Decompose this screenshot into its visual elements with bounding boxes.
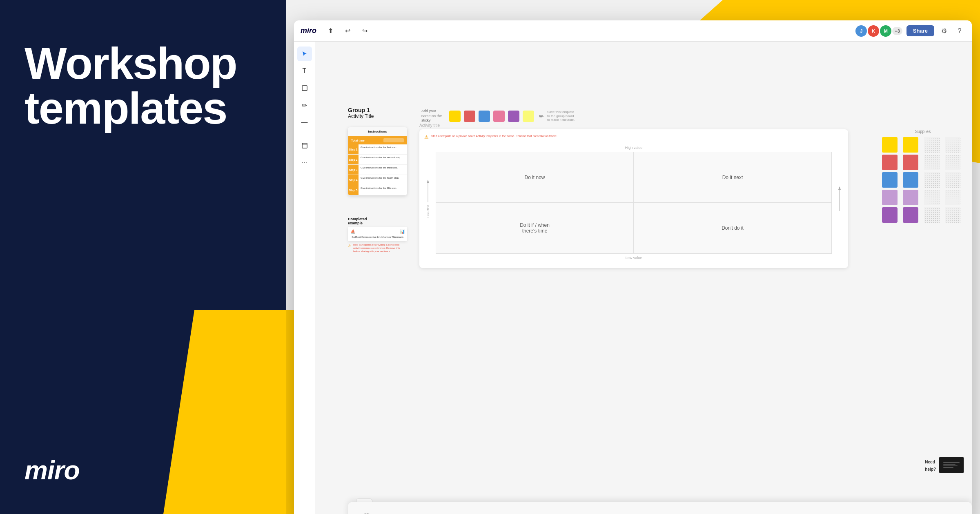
svg-rect-1 bbox=[302, 143, 307, 148]
redo-button[interactable]: ↪ bbox=[358, 24, 371, 38]
help-line-4 bbox=[943, 467, 953, 468]
need-help-card[interactable] bbox=[939, 457, 964, 473]
matrix-grid: Do it now Do it next Do it if / whenther… bbox=[436, 152, 832, 254]
completed-inner: ⛵ 📊 SailBoat Retrospective by Johannes T… bbox=[348, 227, 407, 241]
dots-10 bbox=[945, 207, 960, 223]
warning-text: Help participants by providing a complet… bbox=[353, 244, 407, 253]
step-2-text: Give instructions for the second step. bbox=[359, 155, 407, 164]
upload-button[interactable]: ⬆ bbox=[324, 24, 337, 38]
instruction-row-4: Step 4 Give instructions for the fourth … bbox=[348, 175, 407, 185]
activity-subtitle: Activity Title bbox=[348, 113, 374, 119]
sticky-red-1[interactable] bbox=[882, 155, 898, 170]
activity-warning-text: Start a template on a private board Acti… bbox=[431, 134, 557, 138]
avatar-1: J bbox=[855, 25, 867, 37]
step-4-text: Give instructions for the fourth step. bbox=[359, 175, 407, 185]
help-lines bbox=[943, 462, 960, 468]
svg-marker-4 bbox=[427, 180, 429, 183]
sticky-purple-2[interactable] bbox=[903, 207, 918, 223]
line-tool[interactable]: — bbox=[297, 115, 312, 130]
sticky-light-purple-1[interactable] bbox=[882, 190, 898, 205]
instruction-row-2: Step 2 Give instructions for the second … bbox=[348, 155, 407, 165]
sticky-purple-1[interactable] bbox=[882, 207, 898, 223]
sticky-light-purple-2[interactable] bbox=[903, 190, 918, 205]
emoji-icon: ⛵ bbox=[350, 229, 355, 234]
group-name: Group 1 bbox=[348, 107, 374, 113]
color-yellow[interactable] bbox=[449, 111, 461, 122]
total-time-row: Total time bbox=[348, 136, 407, 144]
avatar-group: J K M +3 bbox=[855, 25, 902, 37]
step-3-label: Step 3 bbox=[348, 165, 359, 175]
select-tool[interactable] bbox=[297, 47, 312, 61]
activity-warning: ⚠ Start a template on a private board Ac… bbox=[424, 134, 557, 140]
pen-icon[interactable]: ✏ bbox=[539, 113, 544, 120]
color-light-yellow[interactable] bbox=[523, 111, 534, 122]
supplies-section: Supplies bbox=[882, 129, 964, 226]
matrix-cell-do-next: Do it next bbox=[634, 152, 831, 203]
dots-1 bbox=[924, 137, 940, 153]
dots-3 bbox=[924, 155, 940, 170]
settings-icon[interactable]: ⚙ bbox=[938, 25, 950, 37]
right-panel: miro ⬆ ↩ ↪ J K M +3 Share ⚙ ? bbox=[286, 0, 980, 514]
matrix-cell-do-now: Do it now bbox=[436, 152, 634, 203]
chart-icon: 📊 bbox=[400, 229, 405, 234]
help-icon[interactable]: ? bbox=[954, 25, 965, 37]
total-time-label: Total time bbox=[351, 139, 365, 142]
completed-card: Completed example ⛵ 📊 SailBoat Retrospec… bbox=[348, 217, 407, 253]
avatar-2: K bbox=[868, 25, 879, 37]
matrix-cell-dont-do: Don't do it bbox=[634, 203, 831, 253]
dots-2 bbox=[945, 137, 960, 153]
need-help-section: Need help? bbox=[925, 457, 964, 473]
instruction-row-1: Step 1 Give instructions for the first s… bbox=[348, 144, 407, 155]
sticky-blue-2[interactable] bbox=[903, 172, 918, 188]
undo-button[interactable]: ↩ bbox=[341, 24, 354, 38]
color-red[interactable] bbox=[464, 111, 475, 122]
save-note: Save this template to the group board to… bbox=[547, 110, 576, 122]
color-palette-bar: Add your name on the sticky ✏ Save this … bbox=[421, 109, 576, 123]
overflow-window-1: >> bbox=[348, 502, 972, 514]
dots-4 bbox=[945, 155, 960, 170]
left-content: Workshop templates bbox=[0, 0, 286, 171]
frame-tool[interactable] bbox=[297, 138, 312, 153]
sticky-yellow-1[interactable] bbox=[882, 137, 898, 153]
sticky-tool[interactable] bbox=[297, 81, 312, 95]
step-1-label: Step 1 bbox=[348, 144, 359, 154]
activity-warning-icon: ⚠ bbox=[424, 134, 429, 140]
instructions-card: Instructions Total time Step 1 Give inst… bbox=[348, 127, 407, 195]
color-blue[interactable] bbox=[479, 111, 490, 122]
miro-logo-left: miro bbox=[24, 455, 80, 485]
completed-sublabel: SailBoat Retrospective by Johannes Thier… bbox=[350, 235, 405, 239]
pen-tool[interactable]: ✏ bbox=[297, 98, 312, 113]
page-title: Workshop templates bbox=[24, 41, 261, 131]
canvas-content: Group 1 Activity Title Add your name on … bbox=[315, 42, 972, 514]
matrix-label-top: High value bbox=[625, 146, 643, 150]
miro-logo-topbar: miro bbox=[301, 27, 316, 35]
sticky-yellow-2[interactable] bbox=[903, 137, 918, 153]
instruction-row-3: Step 3 Give instructions for the third s… bbox=[348, 165, 407, 175]
more-tools[interactable]: ··· bbox=[297, 155, 312, 170]
instruction-row-5: Step 5 Give instructions for the fifth s… bbox=[348, 185, 407, 195]
instructions-header: Instructions bbox=[348, 127, 407, 136]
help-line-3 bbox=[943, 465, 958, 466]
warning-icon: ⚠ bbox=[348, 244, 352, 248]
dots-7 bbox=[924, 190, 940, 205]
sticky-blue-1[interactable] bbox=[882, 172, 898, 188]
activity-title-label: Activity title bbox=[419, 121, 440, 128]
group-label: Group 1 Activity Title bbox=[348, 107, 374, 119]
overflow-arrow-1: >> bbox=[364, 512, 370, 514]
step-5-text: Give instructions for the fifth step. bbox=[359, 185, 407, 195]
sticky-red-2[interactable] bbox=[903, 155, 918, 170]
avatar-3: M bbox=[880, 25, 891, 37]
dots-9 bbox=[924, 207, 940, 223]
miro-canvas: T ✏ — ··· bbox=[294, 42, 972, 514]
matrix-label-bottom: Low value bbox=[626, 256, 642, 260]
dots-5 bbox=[924, 172, 940, 188]
stickies-grid bbox=[882, 137, 964, 223]
text-tool[interactable]: T bbox=[297, 64, 312, 78]
need-help-text: Need help? bbox=[925, 458, 936, 472]
activity-matrix: ⚠ Start a template on a private board Ac… bbox=[419, 129, 848, 268]
color-pink[interactable] bbox=[493, 111, 505, 122]
share-button[interactable]: Share bbox=[906, 25, 934, 36]
avatar-overflow: +3 bbox=[892, 27, 902, 35]
color-purple[interactable] bbox=[508, 111, 519, 122]
toolbar-separator bbox=[299, 134, 310, 134]
